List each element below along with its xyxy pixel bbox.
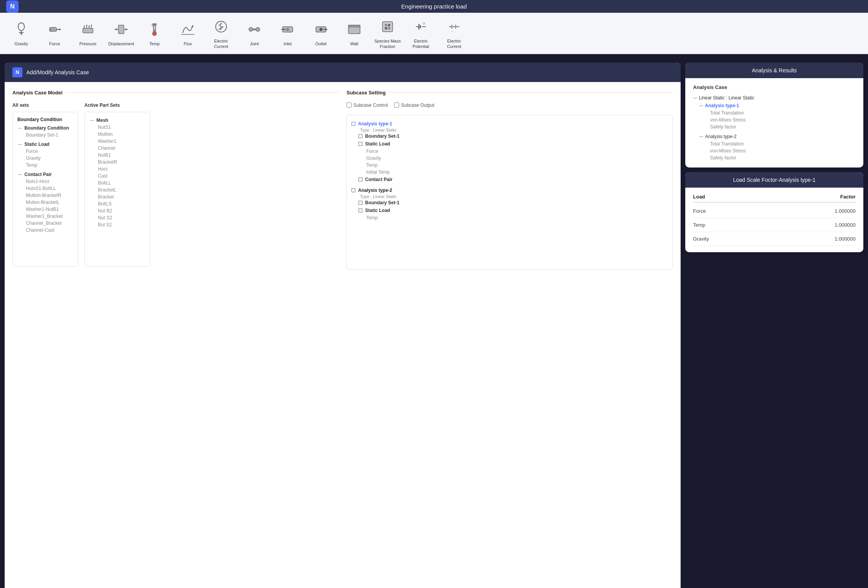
toolbar-electric-potential[interactable]: V ElectricPotential [407,17,434,50]
load-factor-0: 1.000000 [835,208,856,214]
mesh-2: Mullion [89,131,145,138]
contact-pair-node[interactable]: — Contact Pair [17,171,73,178]
inlet-icon [278,19,298,39]
mesh-12: BoltLS [89,200,145,207]
mesh-expand-icon[interactable]: — [89,118,95,123]
toolbar-joint[interactable]: Joint [241,19,268,46]
mesh-9: BoltLL [89,179,145,186]
at1-boundary-set[interactable]: Boundary Set-1 [352,132,668,140]
at1-contact-pair[interactable]: Contact Pair [352,176,668,183]
joint-label: Joint [250,41,259,46]
ac-at2-node[interactable]: — Analysis type-2 [699,133,856,140]
subcase-output-checkbox[interactable]: Subcase Output [394,103,434,108]
force-label: Force [49,41,60,46]
left-panel-title: Add/Modify Analysis Case [26,69,89,75]
svg-rect-26 [154,30,155,34]
mesh-1: NutS1 [89,124,145,131]
toolbar-electric-current[interactable]: ElectricCurrent [208,17,235,50]
analysis-results-body: Analysis Case — Linear Static : Linear S… [685,78,863,168]
mesh-10: BracketL [89,186,145,193]
toolbar-wall[interactable]: Wall [341,19,368,46]
toolbar-force[interactable]: Force [41,19,68,46]
electric-potential-label: ElectricPotential [413,38,429,50]
outlet-icon [311,19,331,39]
flux-label: Flux [184,41,192,46]
at2-sl-icon [359,209,362,212]
svg-marker-3 [20,33,22,35]
ac-at1-sf: Safety factor [699,123,856,130]
at2-static-load[interactable]: Static Load [352,207,668,214]
toolbar-inlet[interactable]: Inlet [274,19,301,46]
svg-point-35 [286,28,289,31]
toolbar-pressure[interactable]: Pressure [74,19,101,46]
svg-point-31 [256,27,260,31]
analysis-type-2-node[interactable]: Analysis type-2 [352,186,668,194]
mesh-3: Washer1 [89,138,145,145]
bc-expand-icon[interactable]: — [17,125,23,131]
ls-expand-icon[interactable]: — [693,96,697,100]
svg-point-0 [18,23,24,31]
svg-marker-21 [125,28,127,31]
mesh-6: BracketR [89,159,145,166]
active-part-sets-label: Active Part Sets [84,103,150,108]
active-part-sets-col: Active Part Sets — Mesh NutS1 Mullion Wa… [84,103,150,267]
electric-potential-icon: V [411,17,431,37]
linear-static-node[interactable]: — Linear Static : Linear Static [693,94,856,102]
mesh-4: Channel [89,145,145,152]
toolbar-flux[interactable]: Flux [174,19,201,46]
at2-bs-label: Boundary Set-1 [365,200,400,205]
ac-at1-node[interactable]: — Analysis type-1 [699,102,856,109]
sl-expand-icon[interactable]: — [17,142,23,147]
static-load-node[interactable]: — Static Load [17,141,73,148]
toolbar-outlet[interactable]: Outlet [307,19,335,46]
analysis-results-header: Analysis & Results [685,63,863,78]
displacement-icon [111,19,131,39]
svg-rect-48 [388,27,390,29]
svg-rect-43 [348,25,360,27]
toolbar-gravity[interactable]: Gravity [8,19,35,46]
toolbar-temp[interactable]: °C Temp [141,19,168,46]
flux-icon [178,19,198,39]
svg-point-30 [249,27,253,31]
load-scale-card: Load Scale Foctor-Analysis type-1 Load F… [685,172,863,252]
electric-current2-icon: ~ [444,17,464,37]
mesh-node[interactable]: — Mesh [89,117,145,124]
subcase-output-input[interactable] [394,103,399,108]
subcase-controls: Subcase Control Subcase Output [347,103,673,108]
svg-marker-13 [84,25,85,27]
at1-gravity: Gravity [352,155,668,162]
cp-1: Nuts1-Horz [17,178,73,185]
inlet-label: Inlet [284,41,292,46]
at1-static-load[interactable]: Static Load [352,140,668,148]
subcase-control-checkbox[interactable]: Subcase Control [347,103,388,108]
boundary-condition-node[interactable]: — Boundary Condition [17,125,73,132]
cp-expand-icon[interactable]: — [17,172,23,177]
toolbar-electric-current2[interactable]: ~ ElectricCurrent [441,17,468,50]
at1-type: Type : Linear Static [352,128,668,132]
subcase-control-input[interactable] [347,103,352,108]
ac-at2-icon[interactable]: — [699,134,703,138]
toolbar-displacement[interactable]: Displacement [108,19,135,46]
divider [0,56,868,56]
left-panel: N Add/Modify Analysis Case Analysis Case… [5,63,681,588]
mesh-14: Nut S2 [89,214,145,221]
analysis-case-title: Analysis Case [693,84,856,90]
toolbar-species-mass-fraction[interactable]: Species MassFraction [374,17,401,50]
load-row-2: Gravity 1.000000 [693,232,856,246]
mesh-13: Nut B2 [89,207,145,214]
panel-logo: N [12,67,22,77]
electric-current-label: ElectricCurrent [214,38,228,50]
load-row-0: Force 1.000000 [693,204,856,218]
cp-4: Mulion-BracketL [17,199,73,206]
bc-group-title: Boundary Condition [17,117,73,122]
top-bar: N Engineering practice load [0,0,868,13]
gravity-icon [11,19,31,39]
wall-label: Wall [350,41,359,46]
at2-boundary-set[interactable]: Boundary Set-1 [352,199,668,207]
at1-force: Force [352,148,668,155]
pressure-icon [78,19,98,39]
analysis-type-1-node[interactable]: Analysis type-1 [352,120,668,128]
temp-label: Temp [149,41,160,46]
ac-at1-icon[interactable]: — [699,103,703,108]
svg-marker-16 [91,24,92,26]
